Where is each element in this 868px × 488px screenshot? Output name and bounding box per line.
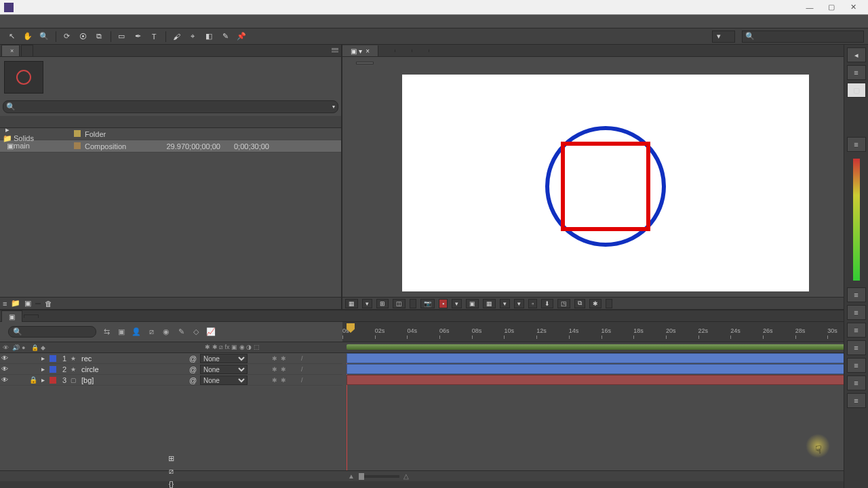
comp-subtab-main[interactable] bbox=[356, 62, 374, 64]
solo-col-icon[interactable]: ● bbox=[19, 344, 28, 351]
twirl-icon[interactable]: ▸ bbox=[38, 354, 47, 362]
dock-smoother[interactable]: ≡ bbox=[847, 375, 866, 390]
panel-menu-icon[interactable] bbox=[330, 46, 340, 54]
frame-blend-icon[interactable]: ⧄ bbox=[145, 326, 157, 338]
zoom-slider[interactable] bbox=[359, 475, 399, 478]
dock-audio[interactable]: ≡ bbox=[847, 137, 866, 152]
timeline-search-input[interactable] bbox=[22, 328, 92, 336]
timeline-tab-render-queue[interactable] bbox=[24, 314, 39, 318]
comp-mini-flowchart-icon[interactable]: ⇆ bbox=[100, 326, 113, 338]
dock-tracker[interactable]: ≡ bbox=[847, 340, 866, 355]
dock-character[interactable]: ≡ bbox=[847, 305, 866, 320]
lock-col-icon[interactable]: 🔒 bbox=[28, 344, 38, 351]
rectangle-tool-icon[interactable]: ▭ bbox=[114, 30, 129, 43]
view-select[interactable]: ▾ bbox=[514, 299, 524, 308]
new-folder-icon[interactable]: 📁 bbox=[11, 299, 20, 308]
visibility-toggle[interactable]: 👁 bbox=[0, 376, 9, 384]
composition-viewer[interactable] bbox=[342, 69, 868, 297]
draft-3d-icon[interactable]: ▣ bbox=[115, 326, 127, 338]
motion-blur-toggle-icon[interactable]: {} bbox=[169, 480, 174, 488]
dock-paint[interactable]: ▢ bbox=[847, 83, 866, 98]
interpret-footage-icon[interactable]: ≡ bbox=[3, 300, 7, 308]
time-ruler[interactable]: 0s02s04s06s08s10s12s14s16s18s20s22s24s26… bbox=[342, 322, 868, 342]
tab-flowchart[interactable] bbox=[412, 49, 429, 52]
roi-icon[interactable]: ▣ bbox=[466, 299, 479, 308]
fast-preview-icon[interactable]: ⬇ bbox=[541, 299, 553, 308]
puppet-tool-icon[interactable]: 📌 bbox=[234, 30, 249, 43]
workspace-select[interactable]: ▾ bbox=[712, 30, 735, 43]
pen-tool-icon[interactable]: ✒ bbox=[130, 30, 145, 43]
layer-name[interactable]: [bg] bbox=[79, 376, 189, 384]
pickwhip-icon[interactable]: @ bbox=[189, 376, 200, 384]
dock-effects[interactable]: ≡ bbox=[847, 287, 866, 302]
reset-exposure-icon[interactable]: ✱ bbox=[589, 299, 601, 308]
timeline-search[interactable]: 🔍 bbox=[8, 326, 96, 338]
brainstorm-icon[interactable]: ✎ bbox=[175, 326, 187, 338]
resolution-select[interactable]: ▾ bbox=[452, 299, 462, 308]
parent-select[interactable]: None bbox=[200, 365, 248, 374]
project-item-main[interactable]: ▣ mainComposition29.970;00;00;000;00;30;… bbox=[0, 140, 341, 152]
close-icon[interactable]: × bbox=[10, 47, 14, 54]
label-color[interactable] bbox=[50, 355, 56, 362]
video-col-icon[interactable]: 👁 bbox=[0, 344, 9, 351]
layer-name[interactable]: rec bbox=[79, 354, 189, 363]
graph-editor-icon[interactable]: 📈 bbox=[205, 326, 217, 338]
project-item-solids[interactable]: ▸ 📁 SolidsFolder bbox=[0, 128, 341, 140]
tab-layer[interactable] bbox=[378, 49, 395, 52]
transparency-icon[interactable]: ▦ bbox=[483, 299, 496, 308]
layer-row-circle[interactable]: 👁▸2★circle@None✱✱/ bbox=[0, 364, 342, 375]
layer-duration-bar[interactable] bbox=[347, 364, 860, 374]
brush-tool-icon[interactable]: 🖌 bbox=[169, 30, 184, 43]
tab-footage[interactable] bbox=[395, 49, 412, 52]
dock-info[interactable]: ≡ bbox=[847, 65, 866, 80]
clone-tool-icon[interactable]: ⌖ bbox=[185, 30, 200, 43]
timeline-track-area[interactable] bbox=[342, 353, 868, 470]
search-help-field[interactable]: 🔍 bbox=[742, 30, 864, 43]
tab-composition[interactable]: ▣ ▾ × bbox=[342, 45, 378, 56]
pan-behind-tool-icon[interactable]: ⧉ bbox=[92, 30, 106, 43]
frame-blend-toggle-icon[interactable]: ⧄ bbox=[169, 467, 174, 476]
flowchart-icon[interactable]: ⧉ bbox=[574, 299, 585, 308]
search-help-input[interactable] bbox=[755, 33, 861, 41]
zoom-select[interactable]: ▾ bbox=[362, 299, 372, 308]
maximize-button[interactable]: ▢ bbox=[821, 2, 842, 13]
close-button[interactable]: ✕ bbox=[842, 2, 864, 13]
layer-duration-bar[interactable] bbox=[347, 375, 860, 385]
camera-select[interactable]: ▾ bbox=[500, 299, 510, 308]
dock-paragraph[interactable]: ≡ bbox=[847, 323, 866, 338]
eraser-tool-icon[interactable]: ◧ bbox=[201, 30, 216, 43]
dock-wiggler[interactable]: ≡ bbox=[847, 393, 866, 408]
always-preview-icon[interactable]: ▦ bbox=[345, 299, 358, 308]
roto-tool-icon[interactable]: ✎ bbox=[218, 30, 233, 43]
zoom-tool-icon[interactable]: 🔍 bbox=[37, 30, 52, 43]
shy-icon[interactable]: 👤 bbox=[130, 326, 142, 338]
pickwhip-icon[interactable]: @ bbox=[189, 365, 200, 373]
layer-duration-bar[interactable] bbox=[347, 353, 860, 363]
visibility-toggle[interactable]: 👁 bbox=[0, 354, 9, 362]
pixel-aspect-icon[interactable]: ▫ bbox=[528, 299, 537, 308]
visibility-toggle[interactable]: 👁 bbox=[0, 365, 9, 373]
twirl-icon[interactable]: ▸ bbox=[38, 365, 47, 373]
pickwhip-icon[interactable]: @ bbox=[189, 354, 200, 363]
dropdown-icon[interactable]: ▾ bbox=[332, 104, 335, 110]
work-area-bar[interactable] bbox=[347, 344, 860, 350]
selection-tool-icon[interactable]: ↖ bbox=[4, 30, 19, 43]
parent-select[interactable]: None bbox=[200, 354, 248, 363]
tab-project[interactable]: × bbox=[1, 45, 20, 56]
timecode[interactable] bbox=[410, 299, 416, 308]
zoom-out-icon[interactable]: ▲ bbox=[348, 472, 355, 480]
camera-tool-icon[interactable]: ⦿ bbox=[75, 30, 90, 43]
channel-icon[interactable]: ▪ bbox=[439, 299, 448, 308]
snapshot-icon[interactable]: 📷 bbox=[420, 299, 435, 308]
timeline-icon[interactable]: ◳ bbox=[557, 299, 570, 308]
type-tool-icon[interactable]: T bbox=[146, 30, 161, 43]
layer-name[interactable]: circle bbox=[79, 365, 189, 373]
project-search-input[interactable] bbox=[16, 103, 332, 111]
twirl-icon[interactable]: ▸ bbox=[38, 376, 47, 384]
comp-canvas[interactable] bbox=[402, 75, 809, 291]
timeline-tab-main[interactable]: ▣ bbox=[1, 310, 22, 322]
layer-row-bg[interactable]: 👁🔒▸3▢[bg]@None✱✱/ bbox=[0, 375, 342, 386]
auto-keyframe-icon[interactable]: ◇ bbox=[190, 326, 202, 338]
zoom-in-icon[interactable]: △ bbox=[403, 472, 409, 480]
motion-blur-icon[interactable]: ◉ bbox=[160, 326, 172, 338]
